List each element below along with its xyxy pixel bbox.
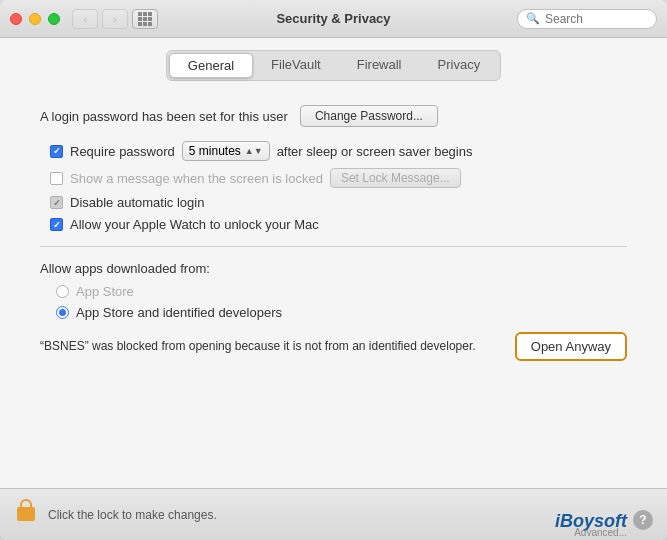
- question-icon: ?: [639, 513, 646, 527]
- tab-container: General FileVault Firewall Privacy: [166, 50, 501, 81]
- titlebar: ‹ › Security & Privacy 🔍: [0, 0, 667, 38]
- downloads-section: Allow apps downloaded from: App Store Ap…: [40, 261, 627, 361]
- lock-label: Click the lock to make changes.: [48, 508, 217, 522]
- timeout-dropdown[interactable]: 5 minutes ▲▼: [182, 141, 270, 161]
- radio-app-store[interactable]: [56, 285, 69, 298]
- tab-general[interactable]: General: [169, 53, 253, 78]
- timeout-value: 5 minutes: [189, 144, 241, 158]
- search-icon: 🔍: [526, 12, 540, 25]
- lock-icon[interactable]: [14, 501, 38, 529]
- radio-app-store-identified[interactable]: [56, 306, 69, 319]
- require-password-row: Require password 5 minutes ▲▼ after slee…: [50, 141, 627, 161]
- require-password-label: Require password: [70, 144, 175, 159]
- require-password-checkbox[interactable]: [50, 145, 63, 158]
- tabs-bar: General FileVault Firewall Privacy: [0, 38, 667, 89]
- blocked-text: “BSNES” was blocked from opening because…: [40, 338, 501, 355]
- apple-watch-label: Allow your Apple Watch to unlock your Ma…: [70, 217, 319, 232]
- set-lock-message-button[interactable]: Set Lock Message...: [330, 168, 461, 188]
- forward-icon: ›: [113, 13, 117, 25]
- main-window: ‹ › Security & Privacy 🔍 General FileVau…: [0, 0, 667, 540]
- login-label: A login password has been set for this u…: [40, 109, 288, 124]
- grid-icon: [138, 12, 152, 26]
- back-button[interactable]: ‹: [72, 9, 98, 29]
- search-input[interactable]: [545, 12, 645, 26]
- advanced-label[interactable]: Advanced...: [574, 527, 627, 538]
- tab-firewall[interactable]: Firewall: [339, 53, 420, 78]
- back-icon: ‹: [83, 13, 87, 25]
- traffic-lights: [10, 13, 60, 25]
- content-area: A login password has been set for this u…: [0, 89, 667, 488]
- nav-buttons: ‹ ›: [72, 9, 128, 29]
- radio-group: App Store App Store and identified devel…: [40, 284, 627, 320]
- after-sleep-label: after sleep or screen saver begins: [277, 144, 473, 159]
- disable-autologin-row: Disable automatic login: [50, 195, 627, 210]
- apple-watch-checkbox[interactable]: [50, 218, 63, 231]
- section-divider: [40, 246, 627, 247]
- lock-body: [17, 507, 35, 521]
- disable-autologin-label: Disable automatic login: [70, 195, 204, 210]
- close-button[interactable]: [10, 13, 22, 25]
- radio-app-store-row: App Store: [56, 284, 627, 299]
- show-message-checkbox[interactable]: [50, 172, 63, 185]
- login-section: A login password has been set for this u…: [40, 105, 627, 127]
- search-box[interactable]: 🔍: [517, 9, 657, 29]
- maximize-button[interactable]: [48, 13, 60, 25]
- open-anyway-button[interactable]: Open Anyway: [515, 332, 627, 361]
- show-message-label: Show a message when the screen is locked: [70, 171, 323, 186]
- dropdown-arrow-icon: ▲▼: [245, 146, 263, 156]
- tab-filevault[interactable]: FileVault: [253, 53, 339, 78]
- minimize-button[interactable]: [29, 13, 41, 25]
- disable-autologin-checkbox[interactable]: [50, 196, 63, 209]
- grid-button[interactable]: [132, 9, 158, 29]
- apple-watch-row: Allow your Apple Watch to unlock your Ma…: [50, 217, 627, 232]
- show-message-row: Show a message when the screen is locked…: [50, 168, 627, 188]
- window-title: Security & Privacy: [276, 11, 390, 26]
- radio-app-store-label: App Store: [76, 284, 134, 299]
- lock-shackle: [20, 499, 32, 507]
- change-password-button[interactable]: Change Password...: [300, 105, 438, 127]
- checkboxes-section: Require password 5 minutes ▲▼ after slee…: [40, 141, 627, 232]
- tab-privacy[interactable]: Privacy: [420, 53, 499, 78]
- radio-app-store-identified-label: App Store and identified developers: [76, 305, 282, 320]
- blocked-row: “BSNES” was blocked from opening because…: [40, 332, 627, 361]
- allow-apps-label: Allow apps downloaded from:: [40, 261, 627, 276]
- help-button[interactable]: ?: [633, 510, 653, 530]
- radio-app-store-identified-row: App Store and identified developers: [56, 305, 627, 320]
- forward-button[interactable]: ›: [102, 9, 128, 29]
- bottom-bar: Click the lock to make changes. iBoysoft…: [0, 488, 667, 540]
